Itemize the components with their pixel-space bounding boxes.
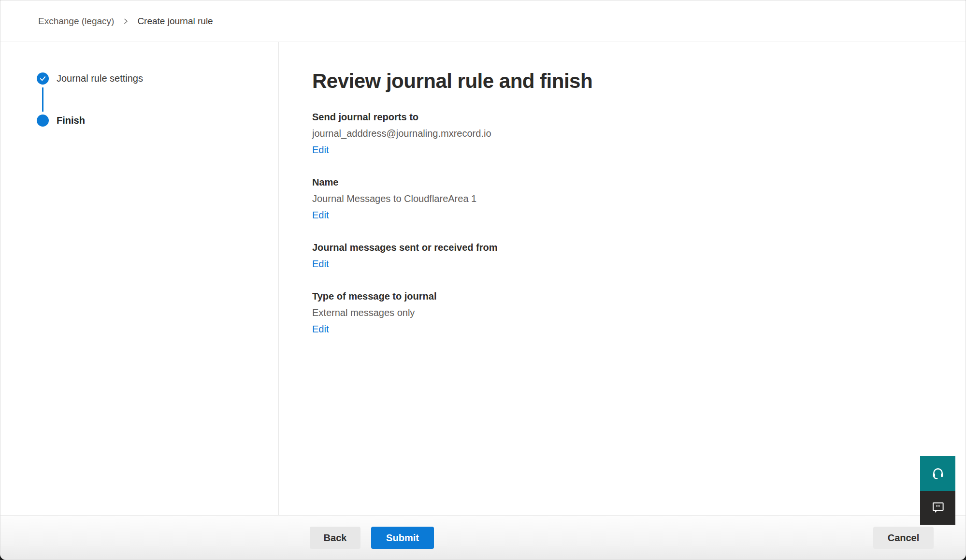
section-name: Name Journal Messages to CloudflareArea … [312,176,927,222]
breadcrumb-create-journal-rule: Create journal rule [137,16,213,27]
section-send-journal-reports-to: Send journal reports to journal_adddress… [312,111,927,157]
headset-icon [931,466,945,482]
chevron-right-icon [122,17,130,25]
breadcrumb-exchange-legacy[interactable]: Exchange (legacy) [38,16,114,27]
edit-send-journal-reports-link[interactable]: Edit [312,144,329,157]
step-current-dot-icon [37,115,49,127]
step-label-journal-rule-settings: Journal rule settings [57,73,143,84]
edit-message-type-link[interactable]: Edit [312,323,329,336]
step-completed-check-icon [37,72,49,85]
field-value-message-type: External messages only [312,306,927,319]
cancel-button[interactable]: Cancel [873,527,934,549]
field-label: Journal messages sent or received from [312,241,927,254]
step-connector-line [42,87,43,112]
section-journal-messages-sent-or-received: Journal messages sent or received from E… [312,241,927,271]
exchange-create-journal-rule-window: Exchange (legacy) Create journal rule Jo… [0,0,966,560]
field-label: Type of message to journal [312,290,927,303]
field-label: Name [312,176,927,189]
step-label-finish: Finish [57,115,85,126]
submit-button[interactable]: Submit [371,527,434,549]
action-bar: Back Submit Cancel [0,515,966,560]
page-title: Review journal rule and finish [312,69,927,93]
breadcrumb-bar: Exchange (legacy) Create journal rule [0,0,966,42]
wizard-body: Journal rule settings Finish Review jour… [0,42,966,516]
field-value-rule-name: Journal Messages to CloudflareArea 1 [312,192,927,205]
wizard-step-journal-rule-settings[interactable]: Journal rule settings [37,72,278,85]
breadcrumb: Exchange (legacy) Create journal rule [38,16,213,27]
feedback-button[interactable] [920,491,955,525]
back-button[interactable]: Back [310,527,360,549]
wizard-step-finish[interactable]: Finish [37,115,278,127]
edit-sent-or-received-link[interactable]: Edit [312,258,329,271]
review-pane: Review journal rule and finish Send jour… [279,42,966,516]
help-button[interactable] [920,456,955,491]
wizard-steps-pane: Journal rule settings Finish [0,42,279,516]
section-type-of-message: Type of message to journal External mess… [312,290,927,336]
field-label: Send journal reports to [312,111,927,124]
edit-name-link[interactable]: Edit [312,209,329,222]
feedback-bubble-icon [931,500,945,516]
field-value-journal-address: journal_adddress@journaling.mxrecord.io [312,127,927,140]
